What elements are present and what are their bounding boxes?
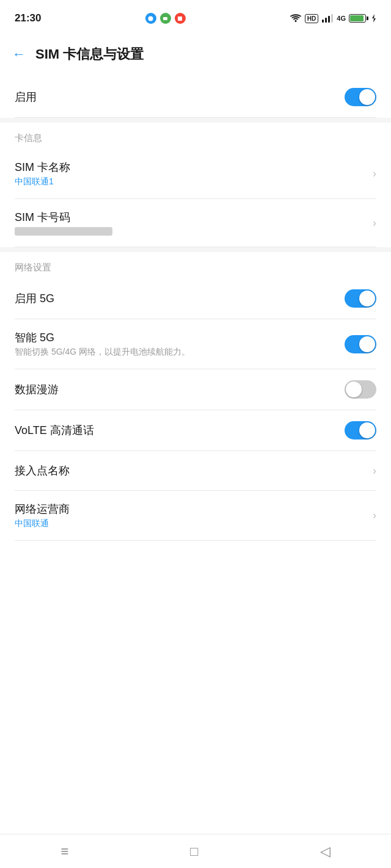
network-section-header: 网络设置 [0,252,391,278]
back-button[interactable]: ← [10,44,28,65]
wifi-icon [290,13,302,23]
svg-rect-2 [178,16,182,21]
settings-content: 启用 卡信息 SIM 卡名称 中国联通1 › SIM 卡号码 › 网络设置 启用… [0,77,391,541]
setting-item-apn[interactable]: 接入点名称 › [0,451,391,490]
apn-label: 接入点名称 [15,463,373,478]
smart-5g-toggle[interactable] [345,335,376,353]
sim-name-value: 中国联通1 [15,176,373,187]
svg-point-0 [148,16,153,21]
volte-toggle[interactable] [345,421,376,439]
signal-icon [321,13,334,23]
svg-rect-1 [163,17,167,20]
enable-toggle[interactable] [345,88,376,106]
smart-5g-label: 智能 5G [15,330,345,345]
sim-number-chevron: › [373,217,376,230]
sim-name-chevron: › [373,167,376,180]
apn-chevron: › [373,465,376,477]
setting-item-sim-number[interactable]: SIM 卡号码 › [0,199,391,247]
nav-spacer [0,541,391,590]
carrier-label: 网络运营商 [15,502,373,516]
setting-item-smart-5g: 智能 5G 智能切换 5G/4G 网络，以提升电池续航能力。 [0,319,391,369]
status-icons [145,13,186,24]
volte-toggle-thumb [359,422,375,438]
notification-icon-2 [160,13,171,24]
page-title: SIM 卡信息与设置 [35,45,144,63]
data-roaming-toggle-thumb [346,382,362,397]
charging-icon [371,14,376,23]
notification-icon-3 [175,13,186,24]
svg-rect-6 [328,16,330,23]
section-divider-1 [0,118,391,123]
svg-rect-5 [325,18,327,23]
data-roaming-toggle[interactable] [345,380,376,399]
setting-item-enable-5g: 启用 5G [0,278,391,319]
sim-number-label: SIM 卡号码 [15,210,373,225]
nav-menu-button[interactable]: ≡ [46,839,83,864]
status-right: HD 4G [290,13,376,23]
carrier-value: 中国联通 [15,518,373,529]
enable-label: 启用 [15,90,345,104]
setting-item-enable: 启用 [0,77,391,117]
card-info-section-header: 卡信息 [0,123,391,149]
smart-5g-sublabel: 智能切换 5G/4G 网络，以提升电池续航能力。 [15,347,345,358]
carrier-chevron: › [373,509,376,522]
nav-back-button[interactable]: ◁ [305,839,345,864]
svg-rect-7 [331,14,333,23]
setting-item-carrier[interactable]: 网络运营商 中国联通 › [0,491,391,540]
network-type: 4G [337,15,346,22]
notification-icon-1 [145,13,156,24]
enable-5g-toggle-thumb [359,291,375,306]
enable-toggle-thumb [359,89,375,105]
svg-rect-4 [322,20,324,23]
sim-name-label: SIM 卡名称 [15,160,373,175]
enable-5g-toggle[interactable] [345,289,376,308]
volte-label: VoLTE 高清通话 [15,423,345,438]
setting-item-sim-name[interactable]: SIM 卡名称 中国联通1 › [0,149,391,198]
nav-home-button[interactable]: □ [175,839,213,864]
nav-bar: ≡ □ ◁ [0,834,391,868]
status-time: 21:30 [15,12,41,24]
page-header: ← SIM 卡信息与设置 [0,34,391,77]
smart-5g-toggle-thumb [359,336,375,352]
hd-badge: HD [305,14,318,23]
setting-item-volte: VoLTE 高清通话 [0,410,391,450]
svg-point-3 [294,20,296,22]
data-roaming-label: 数据漫游 [15,382,345,397]
enable-5g-label: 启用 5G [15,291,345,306]
section-divider-2 [0,247,391,252]
setting-item-data-roaming: 数据漫游 [0,369,391,410]
status-bar: 21:30 HD [0,0,391,34]
battery-icon [349,14,368,23]
sim-number-blurred [15,227,112,236]
